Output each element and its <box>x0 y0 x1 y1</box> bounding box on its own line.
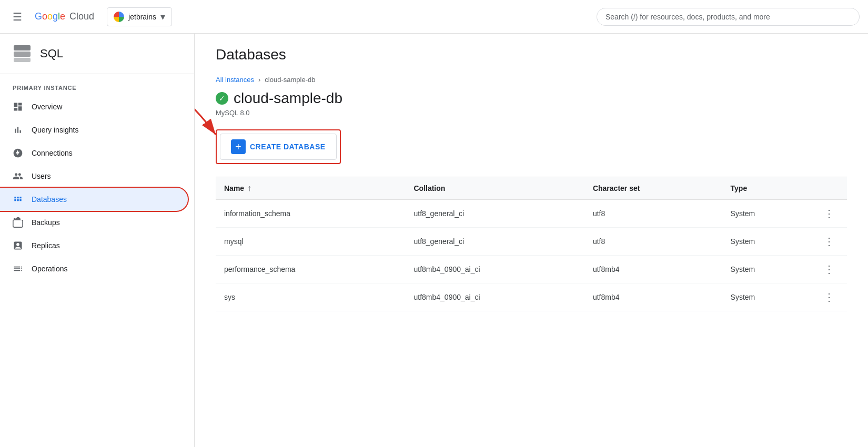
sidebar-item-connections-label: Connections <box>32 149 73 157</box>
db-collation-cell: utf8_general_ci <box>405 228 584 256</box>
sidebar-header: SQL <box>0 34 194 74</box>
connections-icon <box>13 148 23 158</box>
replicas-icon <box>13 240 23 251</box>
breadcrumb-separator: › <box>258 76 260 84</box>
sidebar-item-overview[interactable]: Overview <box>0 95 188 118</box>
db-collation-cell: utf8mb4_0900_ai_ci <box>405 256 584 283</box>
row-menu-icon[interactable]: ⋮ <box>820 233 839 249</box>
col-name[interactable]: Name ↑ <box>216 177 405 200</box>
svg-rect-1 <box>14 52 31 57</box>
sidebar-item-databases-label: Databases <box>32 195 67 204</box>
sidebar-item-connections[interactable]: Connections <box>0 141 188 165</box>
sidebar: SQL PRIMARY INSTANCE Overview Query insi… <box>0 34 195 447</box>
db-actions-cell[interactable]: ⋮ <box>811 283 847 311</box>
main-content: Databases All instances › cloud-sample-d… <box>195 34 868 447</box>
db-actions-cell[interactable]: ⋮ <box>811 256 847 283</box>
sort-arrow-icon: ↑ <box>247 184 251 193</box>
col-type[interactable]: Type <box>722 177 811 200</box>
breadcrumb-current: cloud-sample-db <box>265 76 315 84</box>
sidebar-item-backups[interactable]: Backups <box>0 211 188 234</box>
sql-logo <box>13 44 32 63</box>
google-cloud-logo: Google Cloud <box>35 11 94 22</box>
databases-table: Name ↑ Collation Character set Type info… <box>216 177 847 311</box>
sidebar-item-users-label: Users <box>32 172 51 180</box>
db-name-cell: sys <box>216 283 405 311</box>
sidebar-item-backups-label: Backups <box>32 218 60 227</box>
hamburger-menu-icon[interactable]: ☰ <box>8 6 26 27</box>
project-dot-icon <box>114 12 124 22</box>
table-row: information_schema utf8_general_ci utf8 … <box>216 200 847 228</box>
sidebar-item-overview-label: Overview <box>32 103 62 111</box>
col-collation[interactable]: Collation <box>405 177 584 200</box>
instance-name: cloud-sample-db <box>234 90 342 107</box>
project-dropdown-icon: ▾ <box>160 11 165 23</box>
instance-header: ✓ cloud-sample-db <box>216 90 847 107</box>
db-charset-cell: utf8mb4 <box>584 256 722 283</box>
sidebar-item-replicas-label: Replicas <box>32 241 60 250</box>
sidebar-item-users[interactable]: Users <box>0 165 188 188</box>
row-menu-icon[interactable]: ⋮ <box>820 206 839 221</box>
instance-status-icon: ✓ <box>216 92 228 105</box>
sidebar-title: SQL <box>40 47 63 60</box>
databases-icon <box>13 194 23 205</box>
breadcrumb-all-instances[interactable]: All instances <box>216 76 254 84</box>
breadcrumb: All instances › cloud-sample-db <box>216 76 847 84</box>
db-actions-cell[interactable]: ⋮ <box>811 200 847 228</box>
db-collation-cell: utf8mb4_0900_ai_ci <box>405 283 584 311</box>
search-placeholder: Search (/) for resources, docs, products… <box>605 13 770 21</box>
operations-icon <box>13 263 23 274</box>
db-type-cell: System <box>722 256 811 283</box>
query-insights-icon <box>13 125 23 135</box>
sidebar-section-label: PRIMARY INSTANCE <box>0 74 194 95</box>
backups-icon <box>13 217 23 228</box>
db-name-cell: information_schema <box>216 200 405 228</box>
row-menu-icon[interactable]: ⋮ <box>820 261 839 277</box>
row-menu-icon[interactable]: ⋮ <box>820 289 839 305</box>
db-type-cell: System <box>722 228 811 256</box>
svg-rect-0 <box>14 45 31 50</box>
create-database-wrapper: + CREATE DATABASE <box>216 129 341 164</box>
sidebar-item-databases[interactable]: Databases <box>0 188 188 211</box>
db-collation-cell: utf8_general_ci <box>405 200 584 228</box>
cloud-text: Cloud <box>69 11 94 22</box>
db-name-cell: mysql <box>216 228 405 256</box>
create-database-highlight-box: + CREATE DATABASE <box>216 129 341 164</box>
users-icon <box>13 171 23 181</box>
db-charset-cell: utf8mb4 <box>584 283 722 311</box>
col-charset[interactable]: Character set <box>584 177 722 200</box>
sidebar-item-operations-label: Operations <box>32 265 67 273</box>
topbar: ☰ Google Cloud jetbrains ▾ Search (/) fo… <box>0 0 868 34</box>
create-database-label: CREATE DATABASE <box>250 143 326 151</box>
table-row: performance_schema utf8mb4_0900_ai_ci ut… <box>216 256 847 283</box>
sidebar-item-query-insights[interactable]: Query insights <box>0 118 188 141</box>
db-name-cell: performance_schema <box>216 256 405 283</box>
sidebar-item-operations[interactable]: Operations <box>0 257 188 280</box>
table-row: mysql utf8_general_ci utf8 System ⋮ <box>216 228 847 256</box>
col-actions <box>811 177 847 200</box>
db-type-cell: System <box>722 200 811 228</box>
svg-rect-2 <box>14 58 31 62</box>
create-database-plus-icon: + <box>231 139 246 154</box>
overview-icon <box>13 101 23 112</box>
sidebar-item-query-insights-label: Query insights <box>32 126 78 134</box>
db-type-cell: System <box>722 283 811 311</box>
sidebar-item-replicas[interactable]: Replicas <box>0 234 188 257</box>
db-actions-cell[interactable]: ⋮ <box>811 228 847 256</box>
table-row: sys utf8mb4_0900_ai_ci utf8mb4 System ⋮ <box>216 283 847 311</box>
project-selector[interactable]: jetbrains ▾ <box>107 7 172 26</box>
db-charset-cell: utf8 <box>584 200 722 228</box>
page-title: Databases <box>216 46 847 63</box>
search-bar[interactable]: Search (/) for resources, docs, products… <box>597 8 860 26</box>
db-charset-cell: utf8 <box>584 228 722 256</box>
instance-version: MySQL 8.0 <box>216 109 847 117</box>
create-database-button[interactable]: + CREATE DATABASE <box>220 134 337 160</box>
app-layout: SQL PRIMARY INSTANCE Overview Query insi… <box>0 34 868 447</box>
google-logo-text: Google <box>35 11 65 22</box>
project-name: jetbrains <box>128 13 156 21</box>
